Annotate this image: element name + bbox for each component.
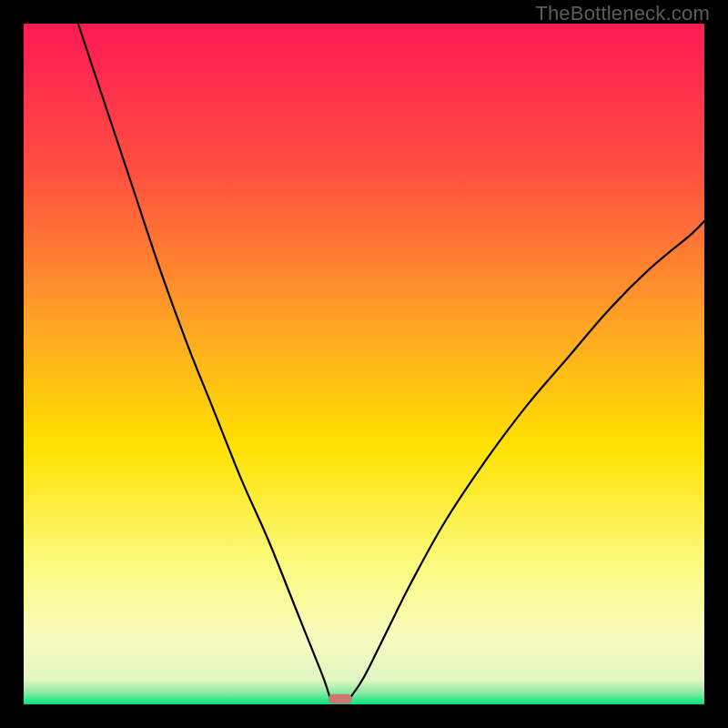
bottleneck-marker bbox=[329, 694, 352, 703]
watermark-text: TheBottleneck.com bbox=[535, 2, 710, 25]
chart-svg bbox=[24, 24, 704, 704]
gradient-backdrop bbox=[24, 24, 704, 704]
plot-area bbox=[24, 24, 704, 704]
chart-container: TheBottleneck.com bbox=[0, 0, 728, 728]
